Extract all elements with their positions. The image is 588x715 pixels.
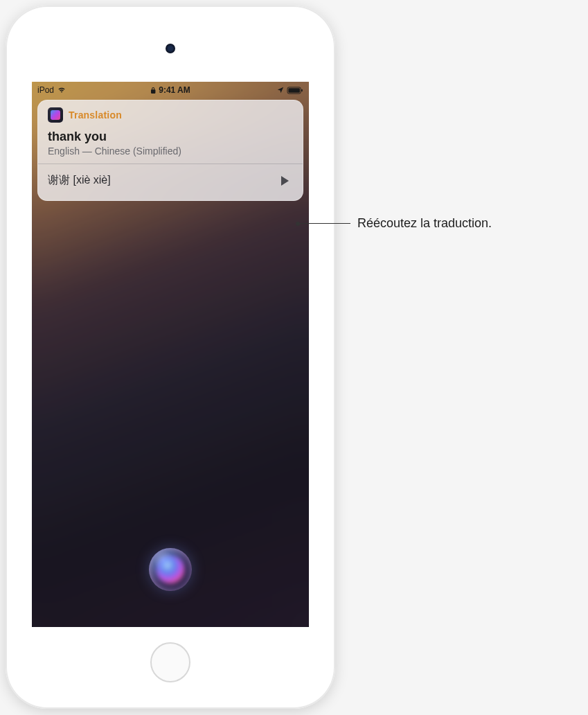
callout-leader-line	[298, 223, 350, 224]
source-text: thank you	[48, 130, 293, 144]
translation-row: 谢谢 [xiè xiè]	[48, 164, 293, 192]
language-pair: English — Chinese (Simplified)	[48, 145, 293, 164]
card-header[interactable]: Translation	[38, 100, 303, 125]
device-inner: iPod 9:41 AM	[12, 12, 328, 702]
status-left: iPod	[37, 85, 66, 95]
screen: iPod 9:41 AM	[32, 82, 309, 627]
lock-icon	[150, 87, 156, 94]
status-right	[277, 87, 303, 94]
translated-text: 谢谢 [xiè xiè]	[48, 173, 111, 188]
siri-waveform-icon	[157, 556, 184, 583]
home-button[interactable]	[150, 642, 190, 682]
callout-text: Réécoutez la traduction.	[357, 216, 492, 231]
wifi-icon	[57, 87, 66, 94]
app-title: Translation	[69, 109, 122, 121]
play-icon	[280, 175, 289, 186]
card-body: thank you English — Chinese (Simplified)…	[38, 125, 303, 200]
location-icon	[277, 87, 284, 94]
play-button[interactable]	[276, 173, 293, 189]
callout: Réécoutez la traduction.	[298, 216, 492, 231]
translation-app-icon	[48, 107, 63, 123]
status-center: 9:41 AM	[150, 85, 190, 95]
battery-icon	[287, 87, 303, 94]
translation-card: Translation thank you English — Chinese …	[37, 100, 303, 201]
svg-rect-2	[301, 89, 303, 91]
carrier-label: iPod	[37, 85, 54, 95]
svg-rect-1	[288, 88, 300, 92]
status-time: 9:41 AM	[159, 85, 190, 95]
status-bar: iPod 9:41 AM	[32, 82, 309, 97]
siri-orb[interactable]	[149, 548, 192, 591]
device-frame: iPod 9:41 AM	[6, 6, 335, 709]
front-camera	[166, 44, 175, 53]
